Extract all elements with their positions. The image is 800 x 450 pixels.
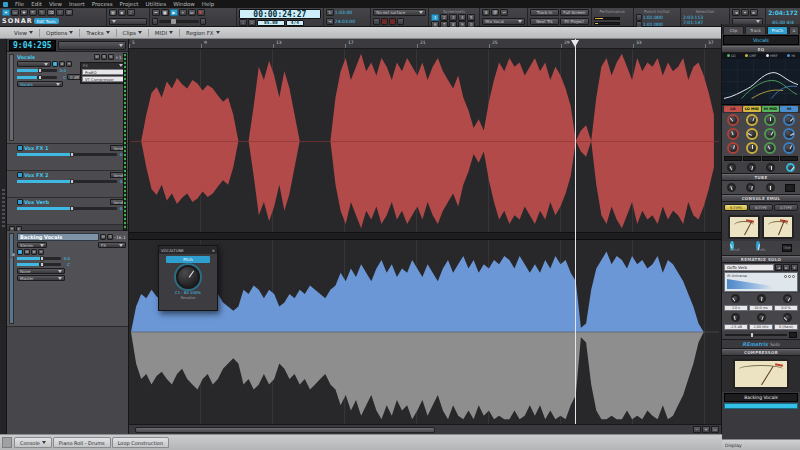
- act-record-button[interactable]: [381, 18, 388, 25]
- snap-note-button[interactable]: ♪: [127, 9, 135, 16]
- track-sort-dropdown[interactable]: [58, 41, 126, 50]
- reverb-ir-display[interactable]: IR Universe: [724, 272, 798, 292]
- track-in-button[interactable]: Track In: [530, 9, 559, 16]
- select-tool-button[interactable]: ▭: [11, 9, 19, 16]
- tempo-display[interactable]: 85.00: [257, 20, 285, 26]
- fx-item-proeq[interactable]: ProEQ: [82, 69, 124, 75]
- eq-band-lo[interactable]: LO: [724, 106, 742, 112]
- marker-next-button[interactable]: ►: [750, 9, 758, 16]
- reverb-length-knob[interactable]: [731, 294, 740, 303]
- eq-himid-gain-knob[interactable]: [764, 114, 776, 126]
- snap-magnet-button[interactable]: ◉: [118, 9, 126, 16]
- clips-pane[interactable]: 5913172125293337 − + ▭ VOCALTUNE ✕ Pitch: [129, 39, 721, 434]
- track2-write-button[interactable]: W: [24, 249, 30, 255]
- mix-doc-icon[interactable]: 🗎: [482, 9, 490, 16]
- console-level-knob[interactable]: [756, 241, 760, 250]
- menu-file[interactable]: File: [15, 1, 24, 7]
- screenset-button-2[interactable]: 2: [440, 14, 448, 21]
- track1-mute-button[interactable]: M: [94, 54, 100, 60]
- track-strip-backing-vocals[interactable]: 🎤 Backing Vocals M S -16.1 Stereo FX I W…: [7, 231, 128, 327]
- split-tool-button[interactable]: ∕: [56, 9, 64, 16]
- playhead-cursor[interactable]: [575, 39, 576, 424]
- eq-himid-freq-knob[interactable]: [764, 128, 776, 140]
- eq-himid-q-knob[interactable]: [764, 142, 776, 154]
- send-row-voxverb[interactable]: Vox Verb Send 0.0: [7, 198, 128, 225]
- edit-tools-button[interactable]: Edit Tools: [34, 18, 59, 24]
- tv-menu-clips[interactable]: Clips: [119, 30, 146, 36]
- act-learn-button[interactable]: [373, 18, 380, 25]
- transport-slider[interactable]: [159, 20, 199, 23]
- reverb-dot-1[interactable]: [784, 275, 787, 278]
- metronome-button[interactable]: ♩: [239, 19, 247, 26]
- tab-proch[interactable]: ProCh: [767, 26, 788, 34]
- control-surface-dropdown[interactable]: No ext surface: [373, 9, 426, 16]
- tube-output-knob[interactable]: [766, 183, 775, 192]
- edit-tool-button[interactable]: ⇱: [29, 9, 37, 16]
- reverb-damping-knob[interactable]: [757, 313, 766, 322]
- full-screen-button[interactable]: Full Screen: [560, 9, 589, 16]
- reverb-mix-knob[interactable]: [783, 313, 792, 322]
- reverb-lowgain-knob[interactable]: [731, 313, 740, 322]
- plugin-main-knob[interactable]: [176, 265, 200, 289]
- menu-insert[interactable]: Insert: [69, 1, 85, 7]
- transport-option-button[interactable]: [152, 18, 158, 25]
- send3-level-slider[interactable]: [17, 207, 117, 210]
- track2-pan-slider[interactable]: [17, 263, 61, 266]
- console-s-type-button[interactable]: S-TYPE: [724, 204, 748, 211]
- draw-tool-button[interactable]: ✎: [38, 9, 46, 16]
- screenset-button-5[interactable]: 5: [467, 14, 475, 21]
- mix-undo-icon[interactable]: ↩: [500, 9, 508, 16]
- tube-drive-knob[interactable]: [727, 183, 736, 192]
- reverb-module-header[interactable]: REMATRIX SOLO: [722, 256, 800, 263]
- snap-grid-button[interactable]: ▦: [109, 9, 117, 16]
- dock-tab-console[interactable]: Console: [14, 437, 52, 448]
- fx-item-compressor[interactable]: VT Compressor: [82, 76, 124, 82]
- tv-menu-view[interactable]: View: [10, 30, 37, 36]
- erase-tool-button[interactable]: ⌫: [47, 9, 55, 16]
- screenset-button-4[interactable]: 4: [458, 14, 466, 21]
- track2-echo-button[interactable]: I: [17, 249, 23, 255]
- loop-set-button[interactable]: ⇥: [326, 18, 334, 25]
- scrollbar-thumb[interactable]: [135, 427, 435, 433]
- eq-band-himid[interactable]: HI MID: [762, 106, 780, 112]
- inspector-track-name[interactable]: Vocals: [723, 35, 799, 45]
- track2-input-dropdown[interactable]: Stereo: [17, 242, 47, 248]
- track2-out1-dropdown[interactable]: None: [17, 268, 65, 274]
- track1-solo-button[interactable]: S: [101, 54, 107, 60]
- eq-band-lomid[interactable]: LO MID: [743, 106, 761, 112]
- tv-menu-regionfx[interactable]: Region FX: [182, 30, 224, 36]
- ffwd-button[interactable]: ⏭: [188, 9, 196, 16]
- gloss-knob-1[interactable]: [727, 163, 736, 172]
- console-module-header[interactable]: CONSOLE EMUL: [722, 195, 800, 202]
- tempo-tap-button[interactable]: ⏱: [248, 19, 256, 26]
- menu-help[interactable]: Help: [202, 1, 215, 7]
- vocaltune-plugin-window[interactable]: VOCALTUNE ✕ Pitch C1 - B2 100% Resolve: [158, 245, 218, 311]
- track1-fx-bin[interactable]: FX ProEQ VT Compressor: [80, 62, 126, 84]
- eq-hi-q-knob[interactable]: [783, 142, 795, 154]
- smart-tool-button[interactable]: ✦: [2, 9, 10, 16]
- gloss-knob-4[interactable]: [786, 163, 795, 172]
- zoom-fit-button[interactable]: ▭: [711, 426, 719, 433]
- menu-process[interactable]: Process: [92, 1, 113, 7]
- marker-add-button[interactable]: ▾: [741, 9, 749, 16]
- send-row-voxfx2[interactable]: Vox FX 2 Send 0.0: [7, 171, 128, 198]
- console-n-type-button[interactable]: N-TYPE: [749, 204, 773, 211]
- mute-tool-button[interactable]: ∅: [65, 9, 73, 16]
- track1-pan-slider[interactable]: [17, 76, 57, 79]
- tab-clip[interactable]: Clip: [723, 26, 744, 34]
- eq-curve-display[interactable]: [722, 59, 800, 105]
- eq-lomid-q-knob[interactable]: [746, 142, 758, 154]
- act-record2-button[interactable]: [389, 18, 396, 25]
- eq-lo-q-knob[interactable]: [727, 142, 739, 154]
- eq-lomid-gain-knob[interactable]: [746, 114, 758, 126]
- track1-arm-button[interactable]: R: [108, 54, 114, 60]
- fit-project-button[interactable]: Fit Project: [560, 18, 589, 25]
- compressor-module-header[interactable]: COMPRESSOR: [722, 349, 800, 356]
- reverb-mix-slider[interactable]: [725, 334, 787, 336]
- horizontal-scrollbar[interactable]: − + ▭: [129, 424, 721, 434]
- tv-menu-tracks[interactable]: Tracks: [82, 30, 113, 36]
- vocals-clip-lane[interactable]: [129, 49, 721, 233]
- gloss-knob-2[interactable]: [747, 163, 756, 172]
- track-splitter[interactable]: [129, 233, 721, 240]
- track2-fx-slot[interactable]: FX: [98, 242, 126, 248]
